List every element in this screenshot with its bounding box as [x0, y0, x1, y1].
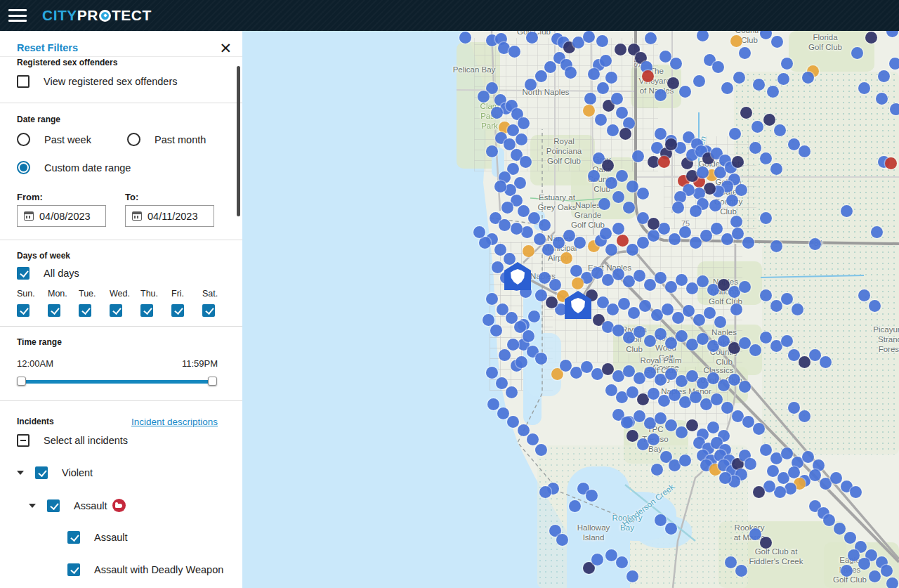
incident-dot[interactable] — [645, 32, 657, 44]
menu-hamburger-icon[interactable] — [8, 9, 27, 22]
incident-dot[interactable] — [733, 72, 745, 84]
incident-dot[interactable] — [799, 356, 811, 368]
incident-dot[interactable] — [712, 61, 724, 73]
incident-dot[interactable] — [648, 230, 660, 242]
incident-dot[interactable] — [760, 537, 772, 549]
incident-dot[interactable] — [721, 402, 733, 414]
incident-dot[interactable] — [730, 303, 742, 315]
incident-dot[interactable] — [637, 188, 649, 200]
incident-dot[interactable] — [730, 216, 742, 228]
incident-dot[interactable] — [679, 455, 691, 466]
past-month-radio[interactable] — [127, 133, 140, 146]
incident-dot[interactable] — [605, 177, 617, 189]
incident-dot[interactable] — [626, 570, 638, 582]
incident-dot[interactable] — [674, 191, 686, 203]
incident-dot[interactable] — [491, 107, 503, 119]
incident-dot[interactable] — [799, 145, 811, 157]
incident-dot[interactable] — [544, 61, 556, 73]
incident-dot[interactable] — [535, 289, 547, 301]
incident-dot[interactable] — [735, 184, 747, 196]
incident-dot[interactable] — [546, 296, 558, 308]
incident-dot[interactable] — [623, 275, 635, 287]
incident-dot[interactable] — [886, 577, 898, 588]
incident-dot[interactable] — [486, 367, 498, 379]
incident-dot[interactable] — [535, 353, 547, 365]
incident-dot[interactable] — [612, 325, 624, 337]
incident-dot[interactable] — [478, 91, 490, 103]
incident-dot[interactable] — [753, 79, 765, 91]
incident-dot[interactable] — [617, 235, 629, 247]
day-checkbox-mon[interactable] — [48, 304, 60, 317]
incident-dot[interactable] — [626, 430, 638, 442]
incident-dot[interactable] — [686, 370, 698, 382]
incident-dot[interactable] — [648, 433, 660, 445]
incident-dot[interactable] — [494, 181, 506, 192]
incident-dot[interactable] — [492, 261, 504, 273]
incident-dot[interactable] — [670, 58, 682, 70]
incident-dot[interactable] — [753, 423, 765, 435]
incident-dot[interactable] — [602, 363, 614, 375]
slider-handle-end[interactable] — [208, 377, 217, 386]
incident-dot[interactable] — [648, 156, 660, 168]
incident-dot[interactable] — [770, 340, 782, 352]
incident-dot[interactable] — [660, 51, 671, 63]
incident-dot[interactable] — [583, 31, 595, 43]
incident-dot[interactable] — [665, 138, 677, 150]
incident-dot[interactable] — [626, 244, 638, 256]
incident-dot[interactable] — [459, 32, 471, 44]
incident-dot[interactable] — [718, 279, 730, 291]
incident-dot[interactable] — [711, 393, 723, 405]
day-checkbox-wed[interactable] — [110, 304, 122, 317]
incident-dot[interactable] — [534, 233, 546, 245]
incident-dot[interactable] — [869, 300, 881, 312]
incident-dot[interactable] — [523, 330, 534, 342]
incident-dot[interactable] — [523, 245, 534, 257]
incident-dot[interactable] — [655, 514, 667, 526]
incident-dot[interactable] — [802, 72, 814, 84]
incident-dot[interactable] — [851, 47, 863, 59]
incident-dot[interactable] — [709, 200, 721, 211]
incident-dot[interactable] — [623, 117, 635, 129]
incident-dot[interactable] — [760, 31, 772, 39]
incident-dot[interactable] — [841, 205, 853, 217]
incident-dot[interactable] — [700, 398, 712, 410]
incident-dot[interactable] — [655, 328, 667, 340]
incident-dot[interactable] — [781, 293, 793, 305]
incident-dot[interactable] — [665, 281, 677, 293]
incident-dot[interactable] — [721, 82, 733, 94]
incident-checkbox-assault-with-deadly-weapon[interactable] — [67, 563, 80, 576]
incident-dot[interactable] — [665, 419, 677, 431]
incident-dot[interactable] — [487, 398, 499, 410]
incident-dot[interactable] — [560, 360, 572, 372]
incident-dot[interactable] — [506, 312, 518, 324]
incident-dot[interactable] — [676, 375, 688, 387]
incident-dot[interactable] — [655, 89, 667, 101]
incident-dot[interactable] — [697, 275, 709, 287]
incident-dot[interactable] — [771, 36, 783, 48]
incident-dot[interactable] — [658, 156, 670, 168]
incident-dot[interactable] — [637, 237, 649, 249]
day-checkbox-sat[interactable] — [202, 304, 215, 317]
incident-dot[interactable] — [669, 233, 681, 245]
incident-dot[interactable] — [648, 388, 660, 400]
select-all-incidents-checkbox[interactable] — [17, 434, 29, 447]
incident-dot[interactable] — [770, 163, 782, 175]
incident-dot[interactable] — [770, 240, 782, 252]
incident-dot[interactable] — [728, 342, 740, 354]
incident-dot[interactable] — [781, 447, 793, 459]
incident-dot[interactable] — [774, 486, 786, 498]
slider-handle-start[interactable] — [17, 377, 26, 386]
incident-dot[interactable] — [707, 372, 719, 384]
incident-dot[interactable] — [676, 426, 688, 438]
incident-dot[interactable] — [719, 472, 731, 484]
incident-dot[interactable] — [767, 86, 779, 98]
incident-dot[interactable] — [667, 77, 679, 89]
incident-dot[interactable] — [626, 181, 638, 192]
incident-dot[interactable] — [690, 237, 702, 249]
incident-dot[interactable] — [520, 156, 532, 168]
incident-dot[interactable] — [651, 309, 663, 321]
incident-dot[interactable] — [820, 478, 832, 490]
incident-dot[interactable] — [518, 117, 530, 129]
from-date-input[interactable]: 04/08/2023 — [17, 205, 106, 227]
incident-dot[interactable] — [718, 379, 730, 391]
